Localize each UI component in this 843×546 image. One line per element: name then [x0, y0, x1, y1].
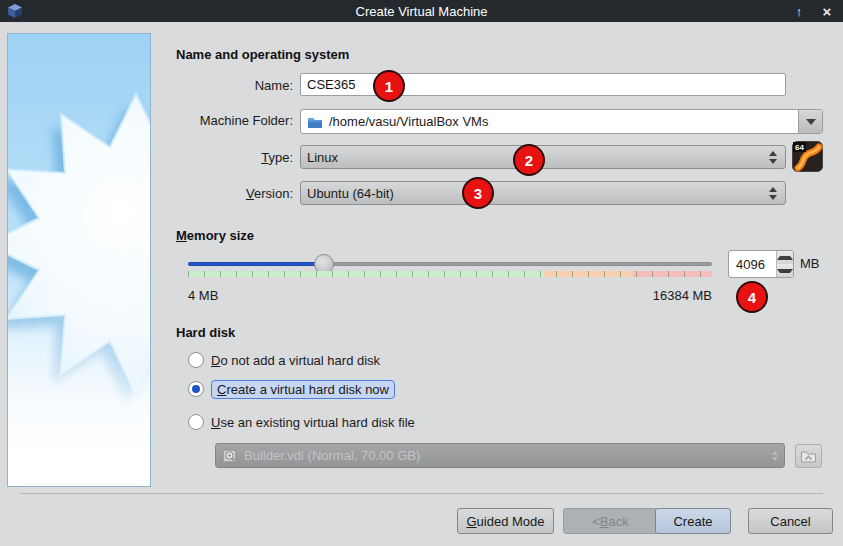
folder-icon [307, 115, 323, 129]
version-label: Version: [175, 186, 293, 201]
arrow-down-icon [772, 457, 778, 461]
os-version-combo[interactable]: Ubuntu (64-bit) [300, 181, 786, 205]
section-heading-memory: Memory size [176, 228, 254, 243]
radio-button-checked[interactable] [188, 381, 204, 397]
os-type-value: Linux [307, 150, 338, 165]
existing-disk-combo-disabled: Builder.vdi (Normal, 70.00 GB) [215, 443, 785, 468]
guided-mode-button[interactable]: Guided Mode [457, 508, 554, 534]
vm-name-value: CSE365 [307, 77, 355, 92]
radio-button-unchecked[interactable] [188, 414, 204, 430]
create-vm-dialog: Create Virtual Machine ↑ × Name and oper… [0, 0, 843, 546]
choose-disk-file-button[interactable] [795, 444, 822, 468]
window-title: Create Virtual Machine [0, 4, 843, 19]
memory-min-label: 4 MB [188, 288, 218, 303]
watermark-fade [8, 34, 150, 486]
arrow-down-icon [769, 159, 777, 164]
type-label: Type: [175, 150, 293, 165]
os-64bit-icon: 64 [792, 141, 823, 172]
divider [20, 493, 823, 494]
svg-text:64: 64 [795, 143, 804, 152]
memory-scale-ruler [188, 271, 712, 277]
machine-folder-combo[interactable]: /home/vasu/VirtualBox VMs [300, 109, 823, 134]
cancel-button[interactable]: Cancel [748, 508, 833, 534]
annotation-badge-2: 2 [513, 144, 545, 176]
os-version-spinner[interactable] [769, 187, 779, 200]
memory-spinbox[interactable]: 4096 [728, 250, 794, 278]
arrow-up-icon [777, 256, 793, 260]
machine-folder-dropdown-button[interactable] [798, 110, 822, 133]
shade-window-button[interactable]: ↑ [785, 0, 813, 22]
memory-max-label: 16384 MB [630, 288, 712, 303]
arrow-down-icon [777, 269, 793, 273]
name-label: Name: [175, 78, 293, 93]
memory-scale-ticks [188, 271, 712, 277]
machine-folder-value: /home/vasu/VirtualBox VMs [329, 114, 488, 129]
os-version-value: Ubuntu (64-bit) [307, 186, 394, 201]
memory-unit-label: MB [800, 256, 820, 271]
annotation-badge-1: 1 [373, 70, 405, 102]
arrow-up-icon [772, 451, 778, 455]
radio-label-create-disk[interactable]: Create a virtual hard disk now [211, 380, 395, 399]
radio-button-unchecked[interactable] [188, 352, 204, 368]
radio-label-existing-disk[interactable]: Use an existing virtual hard disk file [211, 415, 415, 430]
arrow-down-icon [769, 195, 777, 200]
wizard-watermark-image [7, 33, 151, 487]
folder-open-icon [800, 449, 817, 464]
memory-increment-button[interactable] [777, 251, 793, 264]
memory-value[interactable]: 4096 [729, 251, 776, 277]
existing-disk-value: Builder.vdi (Normal, 70.00 GB) [244, 448, 420, 463]
memory-slider-fill [188, 262, 324, 266]
close-window-button[interactable]: × [813, 0, 841, 22]
arrow-up-icon [769, 151, 777, 156]
section-heading-hard-disk: Hard disk [176, 325, 235, 340]
arrow-up-icon [769, 187, 777, 192]
annotation-badge-3: 3 [462, 177, 494, 209]
hard-disk-icon [222, 449, 238, 463]
annotation-badge-4: 4 [736, 281, 768, 313]
virtualbox-logo-icon [7, 3, 23, 19]
os-type-spinner[interactable] [769, 151, 779, 164]
machine-folder-label: Machine Folder: [175, 113, 293, 128]
radio-row-create-disk[interactable]: Create a virtual hard disk now [188, 379, 395, 399]
back-button: < Back [563, 508, 658, 534]
memory-decrement-button[interactable] [777, 264, 793, 277]
titlebar: Create Virtual Machine ↑ × [0, 0, 843, 22]
machine-folder-field[interactable]: /home/vasu/VirtualBox VMs [301, 110, 798, 133]
radio-row-no-disk[interactable]: Do not add a virtual hard disk [188, 350, 380, 370]
section-heading-name-os: Name and operating system [176, 47, 349, 62]
create-button[interactable]: Create [655, 508, 731, 534]
radio-row-existing-disk[interactable]: Use an existing virtual hard disk file [188, 412, 415, 432]
radio-label-no-disk[interactable]: Do not add a virtual hard disk [211, 353, 380, 368]
chevron-down-icon [806, 119, 816, 125]
